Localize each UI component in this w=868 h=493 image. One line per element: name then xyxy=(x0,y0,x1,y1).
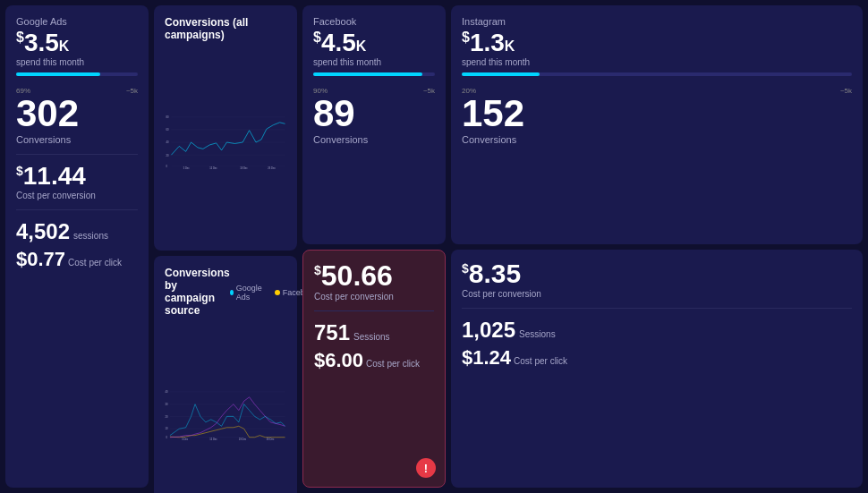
svg-text:40: 40 xyxy=(166,140,168,144)
dashboard: Google Ads $3.5K spend this month 69% ~5… xyxy=(0,0,868,493)
facebook-card-bottom: $50.66 Cost per conversion 751 Sessions … xyxy=(302,250,446,489)
google-cpc: $0.77 xyxy=(16,248,65,271)
instagram-conversions: 152 xyxy=(462,95,852,132)
google-conversions: 302 xyxy=(16,95,138,132)
by-source-title: Conversions by campaign source xyxy=(165,267,230,317)
by-source-chart: Conversions by campaign source Google Ad… xyxy=(154,256,297,493)
instagram-progress-bar xyxy=(462,72,852,76)
svg-text:5 Dec: 5 Dec xyxy=(183,166,191,170)
svg-text:20: 20 xyxy=(166,415,168,419)
instagram-cpc: $1.24 xyxy=(462,346,511,370)
svg-text:12 Dec: 12 Dec xyxy=(209,438,217,441)
instagram-cost-label: Cost per conversion xyxy=(462,289,852,299)
svg-text:30: 30 xyxy=(166,403,168,406)
svg-text:0: 0 xyxy=(166,436,167,439)
facebook-sessions: 751 xyxy=(314,320,350,345)
svg-text:0: 0 xyxy=(166,165,167,168)
facebook-spend-label: spend this month xyxy=(313,57,435,67)
svg-text:19 Dec: 19 Dec xyxy=(239,438,247,441)
instagram-cpc-row: $1.24 Cost per click xyxy=(462,346,852,370)
google-spend-label: spend this month xyxy=(16,57,138,67)
all-campaigns-chart: Conversions (all campaigns) 80 60 40 20 … xyxy=(154,5,297,251)
google-divider2 xyxy=(16,209,138,210)
facebook-progress-max: ~5k xyxy=(423,87,435,95)
all-campaigns-title: Conversions (all campaigns) xyxy=(165,16,286,41)
svg-text:60: 60 xyxy=(166,128,168,132)
instagram-sessions-label: Sessions xyxy=(519,329,556,339)
instagram-spend: $1.3K xyxy=(462,30,852,55)
google-ads-title: Google Ads xyxy=(16,16,138,27)
facebook-sessions-label: Sessions xyxy=(353,332,390,342)
google-cpc-label: Cost per click xyxy=(68,258,122,268)
facebook-sessions-row: 751 Sessions xyxy=(314,320,434,345)
google-spend: $3.5K xyxy=(16,30,138,55)
legend-google-label: Google Ads xyxy=(236,284,264,302)
legend-google-dot xyxy=(230,290,234,295)
instagram-spend-label: spend this month xyxy=(462,57,852,67)
facebook-conversions: 89 xyxy=(313,95,435,132)
svg-text:20: 20 xyxy=(166,154,168,157)
facebook-cost: $50.66 xyxy=(314,261,434,290)
google-sessions-row: 4,502 sessions xyxy=(16,219,138,244)
instagram-conversions-label: Conversions xyxy=(462,134,852,145)
svg-text:26 Dec: 26 Dec xyxy=(267,438,275,441)
svg-text:12 Dec: 12 Dec xyxy=(209,166,217,170)
by-source-svg: 40 30 20 10 0 5 Dec 12 Dec xyxy=(165,329,286,493)
google-cost-section: $11.44 Cost per conversion xyxy=(16,164,138,200)
svg-text:80: 80 xyxy=(166,115,168,119)
facebook-progress-bar xyxy=(313,72,435,76)
google-sessions-label: sessions xyxy=(73,231,108,241)
legend-google: Google Ads xyxy=(230,284,264,302)
svg-text:5 Dec: 5 Dec xyxy=(182,438,189,441)
google-sessions: 4,502 xyxy=(16,219,70,244)
svg-text:19 Dec: 19 Dec xyxy=(240,166,248,170)
svg-text:10: 10 xyxy=(166,427,168,430)
all-campaigns-svg: 80 60 40 20 0 5 Dec 12 Dec 19 Dec 26 Dec xyxy=(165,48,286,236)
google-progress-bar xyxy=(16,72,138,76)
facebook-alert-badge: ! xyxy=(416,458,436,478)
google-cost: $11.44 xyxy=(16,164,138,189)
facebook-card-top: Facebook $4.5K spend this month 90% ~5k … xyxy=(302,5,446,244)
right-panel: Conversions (all campaigns) 80 60 40 20 … xyxy=(154,5,297,488)
instagram-cost: $8.35 xyxy=(462,260,852,287)
facebook-conversions-label: Conversions xyxy=(313,134,435,145)
instagram-sessions-row: 1,025 Sessions xyxy=(462,318,852,343)
instagram-divider xyxy=(462,308,852,309)
google-progress-max: ~5k xyxy=(126,87,138,95)
instagram-sessions: 1,025 xyxy=(462,318,515,343)
google-conversions-label: Conversions xyxy=(16,134,138,145)
facebook-cpc: $6.00 xyxy=(314,349,363,372)
facebook-title: Facebook xyxy=(313,16,435,27)
instagram-card-top: Instagram $1.3K spend this month 20% ~5k… xyxy=(451,5,863,244)
facebook-progress-fill xyxy=(313,72,422,76)
google-ads-card: Google Ads $3.5K spend this month 69% ~5… xyxy=(5,5,149,488)
google-cpc-row: $0.77 Cost per click xyxy=(16,248,138,271)
svg-text:40: 40 xyxy=(166,390,168,394)
facebook-cost-label: Cost per conversion xyxy=(314,292,434,302)
facebook-cpc-row: $6.00 Cost per click xyxy=(314,349,434,372)
instagram-progress-max: ~5k xyxy=(840,87,852,95)
google-divider1 xyxy=(16,154,138,155)
facebook-cpc-label: Cost per click xyxy=(366,359,420,369)
instagram-cpc-label: Cost per click xyxy=(514,356,567,366)
facebook-divider xyxy=(314,310,434,311)
instagram-title: Instagram xyxy=(462,16,852,27)
facebook-spend: $4.5K xyxy=(313,30,435,55)
google-progress-fill xyxy=(16,72,100,76)
instagram-card-bottom: $8.35 Cost per conversion 1,025 Sessions… xyxy=(451,250,863,489)
instagram-progress-fill xyxy=(462,72,540,76)
svg-text:26 Dec: 26 Dec xyxy=(268,166,276,170)
legend-facebook-dot xyxy=(275,290,280,295)
google-cost-label: Cost per conversion xyxy=(16,191,138,200)
